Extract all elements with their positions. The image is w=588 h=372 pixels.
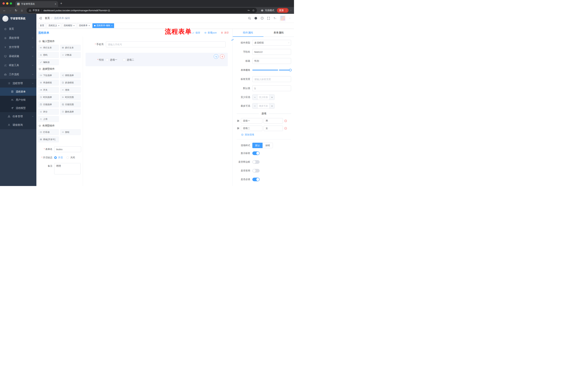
min-select-input[interactable] — [257, 95, 269, 100]
close-tab-icon[interactable]: × — [55, 2, 56, 5]
toggle-switch[interactable] — [252, 169, 260, 172]
close-tag-icon[interactable]: × — [111, 24, 113, 27]
gender-option-1-checkbox[interactable]: 选项一 — [106, 58, 117, 62]
sidebar-item[interactable]: 流程管理 — [0, 79, 36, 87]
max-select-input[interactable] — [257, 103, 269, 108]
component-type-select[interactable]: 多选框组 — [252, 40, 291, 46]
slider-handle[interactable] — [289, 69, 292, 71]
home-button[interactable]: ⌂ — [20, 9, 24, 12]
sidebar-item[interactable]: 基础设施 — [0, 52, 36, 61]
help-icon[interactable] — [261, 17, 264, 20]
close-window-button[interactable] — [2, 2, 5, 5]
phone-input[interactable] — [106, 42, 226, 47]
palette-item[interactable]: 编辑器 — [38, 59, 59, 65]
breadcrumb-home[interactable]: 首页 — [45, 17, 50, 20]
sidebar-item[interactable]: 请假查询 — [0, 121, 36, 129]
view-tag[interactable]: 首页 × — [38, 23, 46, 28]
collapse-sidebar-icon[interactable] — [39, 17, 42, 20]
sidebar-item[interactable]: 流程表单 — [0, 87, 36, 96]
minimize-window-button[interactable] — [6, 2, 8, 5]
style-button-button[interactable]: 按钮 — [262, 143, 273, 148]
drag-option-icon[interactable] — [237, 127, 240, 130]
github-icon[interactable] — [254, 17, 257, 20]
sidebar-item[interactable]: 用户分组 — [0, 96, 36, 104]
form-field-gender-selected[interactable]: 性别 选项一 选项二 — [85, 53, 228, 66]
link-icon[interactable] — [231, 38, 234, 42]
fullscreen-icon[interactable] — [267, 17, 270, 20]
palette-item[interactable]: 级联选择 — [60, 73, 81, 78]
palette-item[interactable]: 滑块 — [60, 87, 81, 93]
address-bar[interactable]: 不安全 dashboard.yudao.iocoder.cn/bpm/manag… — [27, 8, 257, 13]
close-tag-icon[interactable]: × — [73, 24, 75, 27]
palette-item[interactable]: 多选框组 — [60, 80, 81, 85]
font-size-icon[interactable] — [273, 17, 276, 20]
remove-option-icon[interactable] — [284, 119, 287, 122]
browser-tab[interactable]: 芋道管理系统 × — [15, 1, 58, 7]
status-on-radio[interactable]: 开启 — [54, 156, 63, 159]
form-remark-textarea[interactable]: 嘿嘿 — [54, 163, 81, 174]
increase-button[interactable]: + — [269, 95, 274, 100]
view-tag[interactable]: 流程表单 × — [77, 23, 92, 28]
remove-option-icon[interactable] — [284, 127, 287, 130]
sidebar-item[interactable]: 工作流程 — [0, 70, 36, 79]
password-key-icon[interactable] — [247, 9, 250, 12]
toggle-switch[interactable] — [252, 178, 260, 181]
palette-item[interactable]: 密码 — [38, 52, 59, 58]
option-label-input[interactable] — [241, 126, 262, 131]
reload-button[interactable]: ↻ — [14, 9, 18, 12]
palette-item[interactable]: 单选框组 — [38, 80, 59, 85]
option-value-input[interactable] — [264, 126, 283, 131]
browser-menu-kebab-icon[interactable]: ⋮ — [285, 9, 287, 12]
view-tag[interactable]: 流程定义 × — [47, 23, 61, 28]
option-value-input[interactable] — [264, 118, 283, 124]
close-tag-icon[interactable]: × — [58, 24, 60, 27]
gender-option-2-checkbox[interactable]: 选项二 — [123, 58, 134, 62]
chevron-down-icon[interactable] — [290, 10, 292, 11]
back-button[interactable]: ← — [2, 9, 7, 12]
tab-component-props[interactable]: 组件属性 — [233, 29, 263, 37]
palette-item[interactable]: 上传 — [38, 116, 59, 122]
palette-item[interactable]: 下拉选择 — [38, 73, 59, 78]
increase-button[interactable]: + — [269, 103, 274, 108]
drag-option-icon[interactable] — [237, 119, 240, 122]
form-grid-slider[interactable] — [252, 67, 291, 73]
view-json-button[interactable]: 查看json — [204, 31, 217, 34]
palette-item[interactable]: 颜色选择 — [60, 109, 81, 115]
copy-field-button[interactable] — [214, 54, 218, 59]
form-field-phone[interactable]: 手机号 — [85, 39, 228, 50]
avatar-caret-icon[interactable] — [289, 17, 291, 19]
palette-item[interactable]: 评分 — [38, 109, 59, 115]
sidebar-item[interactable]: 支付管理 — [0, 43, 36, 52]
sidebar-item[interactable]: 系统管理 — [0, 33, 36, 43]
palette-item[interactable]: 单行文本 — [38, 45, 59, 51]
view-tag[interactable]: 流程模型 × — [62, 23, 76, 28]
status-off-radio[interactable]: 关闭 — [66, 156, 75, 159]
new-tab-button[interactable]: + — [60, 1, 62, 6]
palette-item[interactable]: 表格[开发中] — [38, 137, 59, 142]
clear-button[interactable]: 清空 — [221, 31, 229, 34]
style-default-button[interactable]: 默认 — [252, 143, 262, 148]
sidebar-item[interactable]: 任务管理 — [0, 112, 36, 121]
delete-field-button[interactable] — [220, 54, 224, 59]
decrease-button[interactable]: − — [252, 95, 257, 100]
palette-item[interactable]: 日期选择 — [38, 102, 59, 107]
close-tag-icon[interactable]: × — [88, 24, 90, 27]
tab-form-props[interactable]: 表单属性 — [263, 29, 294, 37]
view-tag[interactable]: 流程表单-编辑 × — [92, 23, 114, 28]
sidebar-item[interactable]: 研发工具 — [0, 61, 36, 70]
option-label-input[interactable] — [241, 118, 262, 124]
sidebar-item[interactable]: 流程模型 — [0, 104, 36, 112]
palette-item[interactable]: 计数器 — [60, 52, 81, 58]
default-value-input[interactable] — [252, 85, 291, 91]
bookmark-star-icon[interactable] — [252, 9, 255, 12]
palette-item[interactable]: 多行文本 — [60, 45, 81, 51]
update-button[interactable]: 更新 ⋮ — [277, 8, 289, 13]
maximize-window-button[interactable] — [10, 2, 12, 5]
toggle-switch[interactable] — [252, 160, 260, 164]
decrease-button[interactable]: − — [252, 103, 257, 108]
palette-item[interactable]: 时间选择 — [38, 94, 59, 100]
label-width-input[interactable] — [252, 76, 291, 82]
sidebar-item[interactable]: 首页 — [0, 24, 36, 33]
add-option-button[interactable]: 添加选项 — [241, 133, 291, 136]
palette-item[interactable]: 日期范围 — [60, 102, 81, 107]
